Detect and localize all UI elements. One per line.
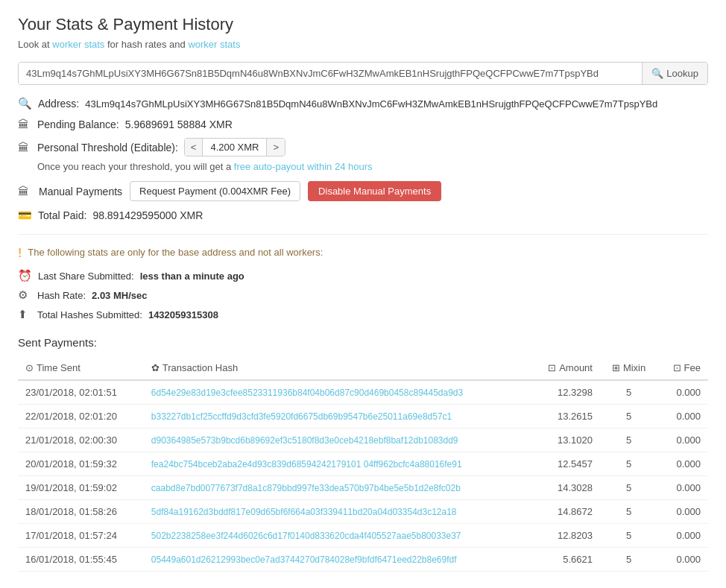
col-hash: ✿Transaction Hash [144,356,530,380]
total-hashes-label: Total Hashes Submitted: [37,309,142,320]
address-value: 43Lm9q14s7GhMLpUsiXY3MH6G67Sn81B5DqmN46u… [85,98,657,110]
cell-amount: 14.8672 [530,500,600,524]
table-row: 19/01/2018, 01:59:02 caabd8e7bd0077673f7… [18,476,708,500]
hash-rate-value: 2.03 MH/sec [92,290,147,301]
col-amount: ⊡Amount [530,356,600,380]
lookup-button[interactable]: 🔍 Lookup [642,63,707,84]
table-header: ⊙Time Sent ✿Transaction Hash ⊡Amount ⊞Mi… [18,356,708,380]
col-time: ⊙Time Sent [18,356,144,380]
table-header-row: ⊙Time Sent ✿Transaction Hash ⊡Amount ⊞Mi… [18,356,708,380]
total-paid-value: 98.891429595000 XMR [92,209,203,221]
threshold-dec-button[interactable]: < [185,139,203,156]
col-fee: ⊡Fee [657,356,708,380]
time-col-icon: ⊙ [25,362,34,373]
table-row: 16/01/2018, 01:55:45 05449a601d26212993b… [18,548,708,572]
address-icon: 🔍 [18,97,32,110]
disable-manual-payments-button[interactable]: Disable Manual Payments [308,181,441,201]
hashrate-icon: ⚙ [18,288,31,302]
hash-col-icon: ✿ [151,362,160,373]
pending-balance-row: 🏛 Pending Balance: 5.9689691 58884 XMR [18,118,708,130]
threshold-icon: 🏛 [18,141,31,154]
page-subtitle: Look at worker stats for hash rates and … [18,39,708,50]
manual-payments-label: Manual Payments [39,186,122,197]
threshold-row: 🏛 Personal Threshold (Editable): < 4.200… [18,138,708,157]
total-paid-label: Total Paid: [38,209,86,221]
worker-stats-link-1[interactable]: worker stats [52,39,104,50]
address-row: 🔍 Address: 43Lm9q14s7GhMLpUsiXY3MH6G67Sn… [18,97,708,110]
request-payment-button[interactable]: Request Payment (0.004XMR Fee) [130,181,300,201]
cell-amount: 12.8203 [530,524,600,548]
cell-hash[interactable]: 502b2238258ee3f244d6026c6d17f0140d833620… [144,524,530,548]
divider-1 [18,234,708,235]
threshold-control: < 4.200 XMR > [184,138,285,157]
amount-col-icon: ⊡ [548,362,556,373]
last-share-row: ⏰ Last Share Submitted: less than a minu… [18,269,708,282]
cell-fee: 0.000 [657,429,708,452]
cell-time: 18/01/2018, 01:58:26 [18,500,144,524]
hash-rate-row: ⚙ Hash Rate: 2.03 MH/sec [18,288,708,302]
cell-time: 19/01/2018, 01:59:02 [18,476,144,500]
cell-time: 20/01/2018, 01:59:32 [18,452,144,476]
table-row: 18/01/2018, 01:58:26 5df84a19162d3bddf81… [18,500,708,524]
table-row: 23/01/2018, 02:01:51 6d54e29e83d19e3cfee… [18,380,708,405]
cell-fee: 0.000 [657,548,708,572]
total-hashes-value: 1432059315308 [148,309,218,320]
lookup-button-label: Lookup [666,68,698,79]
page-title: Your Stats & Payment History [18,15,708,34]
manual-payments-row: 🏛 Manual Payments Request Payment (0.004… [18,181,708,201]
cell-fee: 0.000 [657,452,708,476]
cell-hash[interactable]: d90364985e573b9bcd6b89692ef3c5180f8d3e0c… [144,429,530,452]
clock-icon: ⏰ [18,269,32,282]
cell-hash[interactable]: b33227db1cf25ccffd9d3cfd3fe5920fd6675db6… [144,405,530,429]
highlight-text: free auto-payout within 24 hours [234,161,373,172]
threshold-inc-button[interactable]: > [267,139,285,156]
subtitle-middle: for hash rates and [107,39,188,50]
cell-time: 23/01/2018, 02:01:51 [18,380,144,405]
cell-fee: 0.000 [657,500,708,524]
last-share-label: Last Share Submitted: [38,271,134,282]
balance-icon: 🏛 [18,118,31,130]
cell-fee: 0.000 [657,524,708,548]
mixin-col-icon: ⊞ [612,362,620,373]
total-paid-icon: 💳 [18,209,32,222]
cell-time: 22/01/2018, 02:01:20 [18,405,144,429]
table-row: 21/01/2018, 02:00:30 d90364985e573b9bcd6… [18,429,708,452]
col-mixin: ⊞Mixin [600,356,657,380]
cell-time: 16/01/2018, 01:55:45 [18,548,144,572]
cell-hash[interactable]: 05449a601d26212993bec0e7ad3744270d784028… [144,548,530,572]
stats-note-row: ! The following stats are only for the b… [18,247,708,260]
fee-col-icon: ⊡ [673,362,681,373]
cell-mixin: 5 [600,380,657,405]
last-share-value: less than a minute ago [140,271,244,282]
search-icon: 🔍 [651,68,663,79]
subtitle-prefix: Look at [18,39,52,50]
cell-hash[interactable]: fea24bc754bceb2aba2e4d93c839d68594242179… [144,452,530,476]
cell-time: 17/01/2018, 01:57:24 [18,524,144,548]
stats-note-text: The following stats are only for the bas… [28,247,323,258]
cell-fee: 0.000 [657,405,708,429]
cell-mixin: 5 [600,524,657,548]
table-row: 22/01/2018, 02:01:20 b33227db1cf25ccffd9… [18,405,708,429]
total-hashes-row: ⬆ Total Hashes Submitted: 1432059315308 [18,308,708,321]
lookup-input[interactable] [19,63,642,84]
threshold-value: 4.200 XMR [202,139,267,156]
threshold-label: Personal Threshold (Editable): [37,142,178,154]
worker-stats-link-2[interactable]: worker stats [188,39,240,50]
address-label: Address: [38,98,79,110]
manual-icon: 🏛 [18,185,31,197]
cell-amount: 12.3298 [530,380,600,405]
cell-amount: 5.6621 [530,548,600,572]
hash-rate-label: Hash Rate: [37,290,86,301]
pending-balance-label: Pending Balance: [37,118,119,130]
pending-balance-value: 5.9689691 58884 XMR [125,118,233,130]
cell-fee: 0.000 [657,380,708,405]
cell-mixin: 5 [600,452,657,476]
cell-amount: 13.1020 [530,429,600,452]
cell-hash[interactable]: caabd8e7bd0077673f7d8a1c879bbd997fe33dea… [144,476,530,500]
cell-hash[interactable]: 6d54e29e83d19e3cfee8523311936b84f04b06d8… [144,380,530,405]
cell-mixin: 5 [600,476,657,500]
cell-amount: 12.5457 [530,452,600,476]
auto-payout-note: Once you reach your threshold, you will … [37,161,708,172]
cell-hash[interactable]: 5df84a19162d3bddf817e09d65bf6f664a03f339… [144,500,530,524]
exclamation-icon: ! [18,247,22,260]
